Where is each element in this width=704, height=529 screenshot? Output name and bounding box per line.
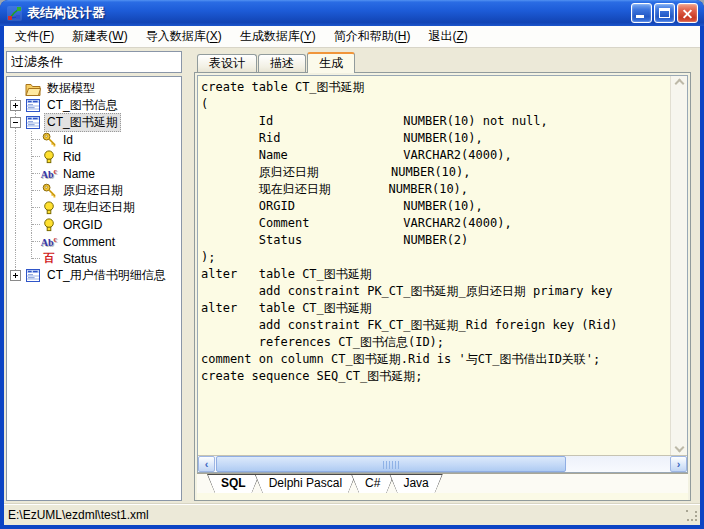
- numeric-icon: 百: [40, 250, 58, 267]
- tree-item-field-rid[interactable]: Rid: [8, 148, 180, 165]
- close-button[interactable]: [677, 3, 698, 23]
- titlebar: 表结构设计器: [0, 0, 704, 26]
- app-window: 表结构设计器 文件(F)新建表(W)导入数据库(X)生成数据库(Y)简介和帮助(…: [0, 0, 704, 529]
- expand-plus-icon[interactable]: [10, 270, 21, 281]
- key-icon: [40, 182, 58, 199]
- main-area: 数据模型CT_图书信息CT_图书延期IdRidAbcName原归还日期现在归还日…: [4, 48, 700, 503]
- tree-guide: [24, 131, 40, 148]
- tree-item-field-name[interactable]: AbcName: [8, 165, 180, 182]
- horizontal-scroll-thumb[interactable]: [216, 456, 566, 472]
- tree-guide: [24, 233, 40, 250]
- horizontal-scroll-track[interactable]: [215, 456, 670, 472]
- tree-item-label: Id: [60, 132, 76, 148]
- tree-item-label: Name: [60, 166, 98, 182]
- resize-grip-icon[interactable]: [686, 510, 699, 523]
- tree-item-label: Comment: [60, 234, 118, 250]
- bulb-icon: [40, 199, 58, 216]
- tree-guide: [24, 250, 40, 267]
- vertical-scrollbar[interactable]: [670, 76, 687, 455]
- filter-input[interactable]: [6, 51, 182, 73]
- scroll-grip-icon: [383, 461, 400, 469]
- scroll-right-button[interactable]: ›: [670, 456, 687, 472]
- tab-generate[interactable]: 生成: [307, 52, 355, 73]
- tree-item-field-current-return-date[interactable]: 现在归还日期: [8, 199, 180, 216]
- statusbar-file-path: E:\EzUML\ezdml\test1.xml: [8, 508, 149, 522]
- right-panel: 表设计描述生成 create table CT_图书延期 ( Id NUMBER…: [194, 51, 691, 501]
- tree-guide: [24, 199, 40, 216]
- tab-description[interactable]: 描述: [258, 54, 306, 72]
- scroll-down-icon[interactable]: [674, 443, 684, 453]
- expand-toggle[interactable]: [8, 97, 24, 114]
- expand-toggle[interactable]: [8, 114, 24, 131]
- tree-guide: [8, 80, 24, 97]
- menu-item-help-about[interactable]: 简介和帮助(H): [325, 25, 420, 48]
- abc-icon: Abc: [40, 233, 58, 250]
- tree-item-field-id[interactable]: Id: [8, 131, 180, 148]
- tree-item-label: 现在归还日期: [60, 198, 138, 217]
- tree-item-label: CT_用户借书明细信息: [44, 266, 169, 285]
- horizontal-scrollbar[interactable]: ‹ ›: [198, 455, 687, 472]
- abc-icon: Abc: [40, 165, 58, 182]
- menu-item-generate-database[interactable]: 生成数据库(Y): [231, 25, 325, 48]
- tree-guide: [24, 182, 40, 199]
- tree-item-field-status[interactable]: 百Status: [8, 250, 180, 267]
- key-icon: [40, 131, 58, 148]
- tree-guide: [8, 233, 24, 250]
- table-icon: [24, 97, 42, 114]
- minimize-icon: [636, 15, 644, 18]
- tree-guide: [8, 199, 24, 216]
- scroll-up-icon[interactable]: [674, 79, 684, 89]
- maximize-button[interactable]: [654, 3, 675, 23]
- tab-strip: 表设计描述生成: [194, 51, 691, 72]
- menubar: 文件(F)新建表(W)导入数据库(X)生成数据库(Y)简介和帮助(H)退出(Z): [4, 26, 700, 48]
- menu-item-new-table[interactable]: 新建表(W): [63, 25, 136, 48]
- tree-item-field-comment[interactable]: AbcComment: [8, 233, 180, 250]
- sql-memo: create table CT_图书延期 ( Id NUMBER(10) not…: [197, 75, 688, 473]
- tree-guide: [8, 131, 24, 148]
- bulb-icon: [40, 148, 58, 165]
- maximize-icon: [659, 8, 670, 18]
- tree-item-data-model[interactable]: 数据模型: [8, 80, 180, 97]
- menu-item-import-database[interactable]: 导入数据库(X): [137, 25, 231, 48]
- language-tab-java[interactable]: Java: [389, 474, 442, 493]
- tree-item-field-orgid[interactable]: ORGID: [8, 216, 180, 233]
- generate-tab-page: create table CT_图书延期 ( Id NUMBER(10) not…: [194, 72, 691, 501]
- tree-item-ct-book-delay[interactable]: CT_图书延期: [8, 114, 180, 131]
- table-icon: [24, 114, 42, 131]
- language-tab-csharp[interactable]: C#: [351, 474, 394, 493]
- tab-table-design[interactable]: 表设计: [197, 54, 257, 72]
- tree-item-ct-user-borrow-detail[interactable]: CT_用户借书明细信息: [8, 267, 180, 284]
- language-tab-bar: SQLDelphi PascalC#Java: [197, 473, 688, 493]
- sql-code[interactable]: create table CT_图书延期 ( Id NUMBER(10) not…: [198, 76, 670, 455]
- left-panel: 数据模型CT_图书信息CT_图书延期IdRidAbcName原归还日期现在归还日…: [6, 51, 188, 501]
- statusbar: E:\EzUML\ezdml\test1.xml: [4, 503, 700, 525]
- tree-guide: [24, 148, 40, 165]
- tree-item-ct-book-info[interactable]: CT_图书信息: [8, 97, 180, 114]
- tree-guide: [8, 182, 24, 199]
- language-tab-sql[interactable]: SQL: [207, 474, 260, 493]
- tree-item-label: Rid: [60, 149, 84, 165]
- tree-guide: [8, 148, 24, 165]
- minimize-button[interactable]: [631, 3, 652, 23]
- window-title: 表结构设计器: [27, 4, 631, 22]
- expand-plus-icon[interactable]: [10, 100, 21, 111]
- tree-item-label: ORGID: [60, 217, 105, 233]
- tree-guide: [8, 250, 24, 267]
- tree-guide: [8, 216, 24, 233]
- tree-item-label: Status: [60, 251, 100, 267]
- menu-item-file[interactable]: 文件(F): [6, 25, 63, 48]
- collapse-minus-icon[interactable]: [10, 117, 21, 128]
- language-tab-delphi-pascal[interactable]: Delphi Pascal: [255, 474, 356, 493]
- expand-toggle[interactable]: [8, 267, 24, 284]
- scroll-left-button[interactable]: ‹: [198, 456, 215, 472]
- tree-item-label: CT_图书延期: [44, 113, 121, 132]
- tree-guide: [24, 216, 40, 233]
- tree-guide: [8, 165, 24, 182]
- tree-guide: [24, 165, 40, 182]
- tree-item-field-orig-return-date[interactable]: 原归还日期: [8, 182, 180, 199]
- menu-item-exit[interactable]: 退出(Z): [419, 25, 476, 48]
- bulb-icon: [40, 216, 58, 233]
- table-icon: [24, 267, 42, 284]
- page-bottom-strip: [197, 493, 688, 500]
- model-tree[interactable]: 数据模型CT_图书信息CT_图书延期IdRidAbcName原归还日期现在归还日…: [6, 76, 182, 501]
